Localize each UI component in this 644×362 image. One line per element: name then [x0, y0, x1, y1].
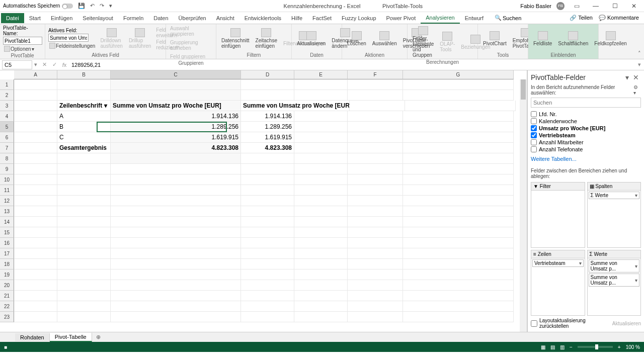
col-header-f[interactable]: F	[348, 70, 403, 79]
select-button[interactable]: Auswählen	[370, 30, 399, 47]
sheet-tab-pivot[interactable]: Pivot-Tabelle	[50, 333, 92, 342]
cell-d3[interactable]: Summe von Umsatz pro Woche [EUR]2	[241, 101, 350, 111]
sheet-tab-rohdaten[interactable]: Rohdaten	[15, 333, 50, 341]
fx-icon[interactable]: fx	[59, 62, 69, 68]
col-header-b[interactable]: B	[57, 70, 111, 79]
col-header-d[interactable]: D	[241, 70, 294, 79]
clear-button[interactable]: Löschen	[345, 30, 368, 47]
collapse-ribbon-icon[interactable]: ˄	[638, 50, 641, 57]
cell-d7[interactable]: 4.823.308	[241, 143, 294, 153]
tab-formulas[interactable]: Formeln	[118, 13, 148, 23]
panel-gear-icon[interactable]: ⚙ ▾	[633, 84, 641, 96]
field-settings-button[interactable]: Feldeinstellungen	[48, 42, 96, 49]
tab-design[interactable]: Entwurf	[460, 13, 489, 23]
cell-b7[interactable]: Gesamtergebnis	[57, 143, 111, 153]
cell-c5[interactable]: 1.289.256	[111, 122, 241, 132]
val-item-2[interactable]: Summe von Umsatz p...▾	[589, 274, 640, 287]
formula-input[interactable]	[69, 60, 635, 69]
panel-close-icon[interactable]: ✕	[631, 73, 641, 81]
search-icon[interactable]: 🔍	[495, 15, 502, 21]
user-avatar[interactable]: FB	[556, 2, 565, 10]
row-item-team[interactable]: Vertriebsteam▾	[532, 259, 584, 267]
field-telefonate[interactable]: Anzahl Telefonate	[531, 146, 641, 153]
cell-b3[interactable]: Zeilenbeschrift ▾	[57, 101, 111, 111]
save-icon[interactable]: 💾	[78, 3, 85, 9]
cell-b6[interactable]: C	[57, 132, 111, 143]
area-filters[interactable]: ▼ Filter	[531, 182, 585, 248]
toggle-icon[interactable]	[62, 4, 73, 9]
cancel-formula-icon[interactable]: ✕	[39, 61, 49, 68]
panel-search-input[interactable]	[531, 98, 641, 108]
field-mitarbeiter[interactable]: Anzahl Mitarbeiter	[531, 139, 641, 146]
tab-powerpivot[interactable]: Power Pivot	[381, 13, 421, 23]
minimize-icon[interactable]: —	[589, 3, 603, 10]
autosave-toggle[interactable]: Automatisches Speichern	[3, 3, 73, 9]
field-lfdnr[interactable]: Lfd. Nr.	[531, 111, 641, 118]
zoom-in-icon[interactable]: +	[618, 344, 621, 350]
col-header-e[interactable]: E	[294, 70, 348, 79]
field-umsatz[interactable]: Umsatz pro Woche [EUR]	[531, 125, 641, 132]
zoom-slider[interactable]	[578, 346, 613, 348]
active-field-input[interactable]	[48, 34, 89, 42]
cell-c4[interactable]: 1.914.136	[111, 111, 241, 122]
defer-layout-checkbox[interactable]	[531, 320, 537, 327]
panel-dropdown-icon[interactable]: ▾	[623, 73, 631, 81]
col-header-c[interactable]: C	[111, 70, 241, 79]
tab-review[interactable]: Überprüfen	[174, 13, 211, 23]
col-header-a[interactable]: A	[14, 70, 57, 79]
options-button[interactable]: Optionen ▾	[3, 45, 35, 52]
area-values[interactable]: Σ Werte Summe von Umsatz p...▾ Summe von…	[587, 250, 641, 316]
vertical-scrollbar[interactable]	[520, 79, 527, 332]
tab-pagelayout[interactable]: Seitenlayout	[77, 13, 118, 23]
maximize-icon[interactable]: ☐	[608, 3, 622, 10]
row-headers[interactable]: 1234567891011121314151617181920212223	[0, 79, 14, 322]
val-item-1[interactable]: Summe von Umsatz p...▾	[589, 259, 640, 273]
zoom-level[interactable]: 100 %	[626, 344, 640, 350]
zoom-out-icon[interactable]: −	[570, 344, 573, 350]
name-box[interactable]	[2, 60, 32, 69]
tab-start[interactable]: Start	[24, 13, 46, 23]
cell-d4[interactable]: 1.914.136	[241, 111, 294, 122]
view-pagebreak-icon[interactable]: ▥	[560, 344, 565, 350]
calc-fields-button[interactable]: Felder, Elemente und Gruppen	[411, 25, 436, 59]
tab-analyze[interactable]: Analysieren	[421, 13, 459, 24]
insert-slicer-button[interactable]: Datenschnitt einfügen	[219, 27, 252, 50]
tab-insert[interactable]: Einfügen	[46, 13, 77, 23]
area-rows[interactable]: ≡ Zeilen Vertriebsteam▾	[531, 250, 585, 316]
tab-help[interactable]: Hilfe	[286, 13, 307, 23]
view-pagelayout-icon[interactable]: ▤	[550, 344, 555, 350]
tab-factset[interactable]: FactSet	[307, 13, 337, 23]
insert-timeline-button[interactable]: Zeitachse einfügen	[254, 27, 279, 50]
view-normal-icon[interactable]: ▦	[541, 344, 545, 350]
close-icon[interactable]: ✕	[627, 3, 641, 10]
more-tables-link[interactable]: Weitere Tabellen...	[531, 156, 641, 162]
cell-c6[interactable]: 1.619.915	[111, 132, 241, 143]
fieldlist-button[interactable]: Feldliste	[531, 30, 554, 47]
cell-d6[interactable]: 1.619.915	[241, 132, 294, 143]
spreadsheet-grid[interactable]: A B C D E F G 12345678910111213141516171…	[0, 70, 527, 332]
add-sheet-icon[interactable]: ⊕	[92, 334, 105, 340]
tab-file[interactable]: Datei	[1, 13, 24, 23]
area-columns[interactable]: ▦ Spalten Σ Werte▾	[587, 182, 641, 248]
accept-formula-icon[interactable]: ✓	[49, 61, 59, 68]
ribbon-display-icon[interactable]: ▭	[570, 3, 584, 10]
expand-formula-icon[interactable]: ▾	[635, 61, 644, 68]
namebox-dropdown-icon[interactable]: ▾	[34, 61, 37, 68]
col-header-g[interactable]: G	[403, 70, 514, 79]
tab-data[interactable]: Daten	[148, 13, 173, 23]
pt-name-input[interactable]	[3, 37, 42, 45]
field-headers-button[interactable]: Feldkopfzeilen	[592, 30, 628, 47]
col-item-werte[interactable]: Σ Werte▾	[589, 192, 640, 199]
field-kalenderwoche[interactable]: Kalenderwoche	[531, 118, 641, 125]
cell-c7[interactable]: 4.823.308	[111, 143, 241, 153]
cell-b5[interactable]: B	[57, 122, 111, 132]
undo-icon[interactable]: ↶	[90, 3, 95, 9]
search-label[interactable]: Suchen	[503, 15, 521, 21]
buttons-toggle-button[interactable]: Schaltflächen	[556, 30, 590, 47]
cell-b4[interactable]: A	[57, 111, 111, 122]
tab-view[interactable]: Ansicht	[211, 13, 239, 23]
tab-fuzzy[interactable]: Fuzzy Lookup	[337, 13, 381, 23]
tab-developer[interactable]: Entwicklertools	[239, 13, 286, 23]
share-button[interactable]: 🔗 Teilen	[570, 15, 593, 21]
record-macro-icon[interactable]: ■	[4, 344, 7, 350]
